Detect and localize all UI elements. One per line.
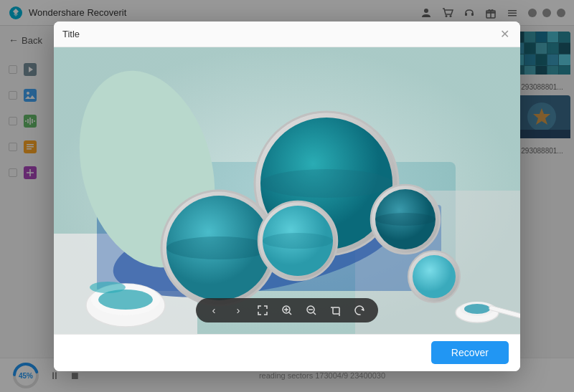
prev-button[interactable]: ‹ [206,302,222,318]
modal-footer: Recover [54,334,520,371]
svg-marker-89 [361,308,364,311]
preview-modal: Title ✕ [54,21,520,371]
modal-image-area: ‹ › [54,47,520,334]
svg-point-65 [263,233,333,249]
svg-line-85 [314,312,316,315]
modal-close-button[interactable]: ✕ [497,27,512,41]
zoom-out-button[interactable] [304,302,319,318]
image-toolbar: ‹ › [196,298,378,322]
zoom-in-button[interactable] [279,302,295,318]
svg-point-59 [260,169,392,198]
preview-image [54,47,520,334]
app-window: Wondershare Recoverit [0,0,574,392]
svg-point-78 [90,282,126,293]
svg-point-70 [413,255,456,298]
svg-point-76 [464,304,490,314]
next-button[interactable]: › [230,302,246,318]
svg-point-68 [375,213,436,226]
crop-button[interactable] [328,302,344,318]
rotate-button[interactable] [352,302,368,318]
modal-header: Title ✕ [54,21,520,47]
svg-rect-86 [333,307,339,314]
fullscreen-button[interactable] [255,302,270,318]
svg-point-62 [166,236,271,259]
modal-overlay[interactable]: Title ✕ [0,0,574,392]
svg-line-82 [289,312,291,315]
recover-button[interactable]: Recover [431,341,509,364]
modal-title: Title [62,29,80,39]
